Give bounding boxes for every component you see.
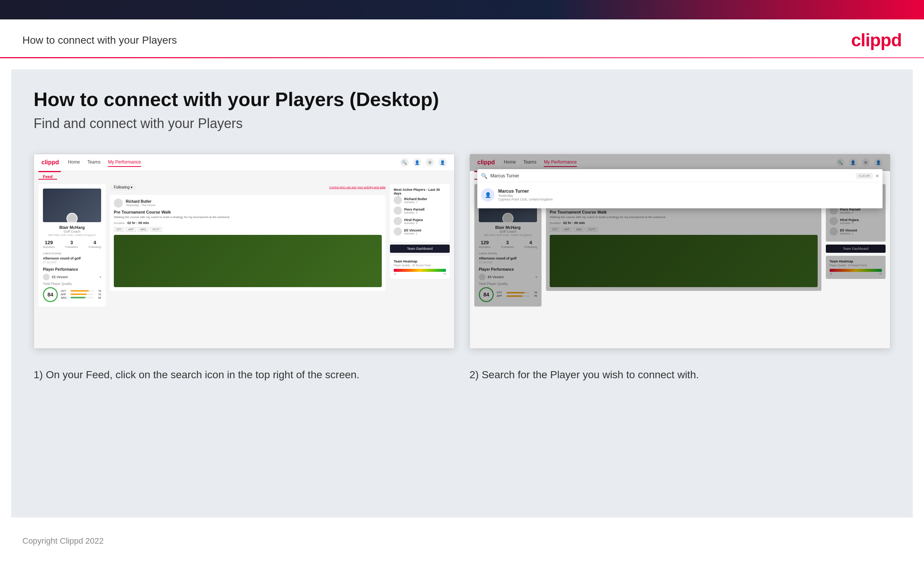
activity-person-1: Richard Butler [126,200,382,203]
mini-nav-icons-2: 🔍 👤 ⚙ 👤 [836,158,883,167]
nav-home-2: Home [504,158,516,167]
mini-nav-1: clippd Home Teams My Performance 🔍 👤 ⚙ 👤 [34,154,454,171]
page-title: How to connect with your Players [23,34,177,46]
nav-myperformance-1[interactable]: My Performance [108,158,141,167]
mini-right-panel-1: Most Active Players - Last 30 days Richa… [390,184,450,307]
mini-player-perf-1: Eli Vincent ▾ [43,274,101,281]
active-players-title-1: Most Active Players - Last 30 days [394,188,446,195]
mini-player-name-1: Eli Vincent [52,275,97,279]
person-icon-1[interactable]: 👤 [413,158,421,167]
nav-teams-2: Teams [523,158,536,167]
copyright-text: Copyright Clippd 2022 [23,536,104,546]
tag-putt-1: PUTT [150,227,162,232]
mini-stats-row-1: 129 Activities 3 Followers 4 Following [43,240,101,249]
screenshots-row: clippd Home Teams My Performance 🔍 👤 ⚙ 👤 [34,154,890,349]
search-input-2[interactable]: Marcus Turner [490,173,853,179]
mini-bars-1: OTT 79 APP 70 ARG [61,290,101,300]
screenshot-2: clippd Home Teams My Performance 🔍 👤 ⚙ 👤 [469,154,890,349]
player-details-1a: Richard Butler Activities: 7 [404,197,446,203]
mini-nav-2: clippd Home Teams My Performance 🔍 👤 ⚙ 👤 [470,154,890,171]
avatar-2 [502,213,513,222]
search-icon-overlay: 🔍 [481,173,487,179]
nav-teams-1[interactable]: Teams [87,158,100,167]
player-circle-1b [394,206,402,215]
search-overlay-2: 🔍 Marcus Turner CLEAR × 👤 Marcus Turner … [477,169,883,208]
player-row-1a: Richard Butler Activities: 7 [394,196,446,204]
mini-nav-items-2: Home Teams My Performance [504,158,827,167]
top-bar [0,0,924,19]
step-2-desc: 2) Search for the Player you wish to con… [469,367,890,382]
player-circle-1a [394,196,402,204]
tag-arg-1: ARG [138,227,149,232]
player-row-1b: Piers Parnell Activities: 4 [394,206,446,215]
bar-app: APP 70 [61,293,101,296]
nav-home-1[interactable]: Home [68,158,80,167]
step-2-text: Search for the Player you wish to connec… [482,369,699,380]
mini-app-1: clippd Home Teams My Performance 🔍 👤 ⚙ 👤 [34,154,454,348]
mini-middle-panel-1: Following ▾ Control who can see your act… [110,184,385,307]
nav-myperformance-2: My Performance [544,158,576,167]
mini-big-score-1: 84 OTT 79 APP 70 [43,287,101,302]
step-1-desc: 1) On your Feed, click on the search ico… [34,367,455,382]
activity-header-1: Richard Butler Yesterday · The Grove [114,199,382,208]
bar-ott: OTT 79 [61,290,101,292]
bar-arg: ARG 64 [61,297,101,299]
search-result-2[interactable]: 👤 Marcus Turner Yesterday Cypress Point … [481,185,879,205]
header-divider [0,57,924,58]
player-circle-1c [394,217,402,225]
mini-profile-role-1: Golf Coach [43,230,101,233]
mini-stat-following-1: 4 Following [89,240,101,249]
avatar-icon-1[interactable]: 👤 [439,158,447,167]
active-players-1: Most Active Players - Last 30 days Richa… [390,184,450,242]
mini-logo-2: clippd [477,159,495,166]
result-sub2-2: Cypress Point Club, United Kingdom [498,198,553,201]
mini-player-avatar-1 [43,274,50,281]
mini-app-body-1: Blair McHarg Golf Coach Mill Ride Golf C… [34,180,454,311]
mini-left-panel-1: Blair McHarg Golf Coach Mill Ride Golf C… [39,184,105,307]
result-info-2: Marcus Turner Yesterday Cypress Point Cl… [498,188,553,201]
player-details-1c: Hiral Pujara Activities: 3 [404,218,446,224]
hero-title: How to connect with your Players (Deskto… [34,88,890,110]
search-bar-2: 🔍 Marcus Turner CLEAR × [481,173,879,182]
search-icon-2: 🔍 [836,158,845,167]
player-details-1b: Piers Parnell Activities: 4 [404,208,446,214]
activity-desc-1: Walking the course with my coach to buil… [114,216,382,219]
settings-icon-1[interactable]: ⚙ [426,158,434,167]
clear-button-2[interactable]: CLEAR [856,173,873,179]
close-button-2[interactable]: × [876,173,879,179]
mini-profile-name-1: Blair McHarg [43,225,101,230]
player-perf-title-1: Player Performance [43,267,101,271]
player-details-1d: Eli Vincent Activities: 1 [404,229,446,235]
result-avatar-2: 👤 [481,188,494,201]
control-link-1[interactable]: Control who can see your activity and da… [329,185,385,189]
feed-tab-1[interactable]: Feed [39,172,57,180]
footer: Copyright Clippd 2022 [0,529,924,554]
duration-row-1: Duration 02 hr : 00 min [114,221,382,225]
step-2-number: 2) [469,369,482,380]
header: How to connect with your Players clippd [0,19,924,57]
activity-name-1: Afternoon round of golf [43,257,101,260]
screenshot-1: clippd Home Teams My Performance 🔍 👤 ⚙ 👤 [34,154,455,349]
mini-nav-items-1: Home Teams My Performance [68,158,392,167]
mini-stat-activities-1: 129 Activities [43,240,55,249]
mini-profile-club-1: Mill Ride Golf Club, United Kingdom [43,233,101,237]
step-descriptions: 1) On your Feed, click on the search ico… [34,367,890,382]
player-row-1c: Hiral Pujara Activities: 3 [394,217,446,225]
search-icon-1[interactable]: 🔍 [400,158,409,167]
activity-tags-1: OTT APP ARG PUTT [114,227,382,232]
tag-app-1: APP [126,227,136,232]
team-dashboard-btn-1[interactable]: Team Dashboard [390,245,450,253]
result-name-2: Marcus Turner [498,188,553,194]
mini-following-row-1: Following ▾ Control who can see your act… [110,184,385,190]
step-1-text: On your Feed, click on the search icon i… [46,369,359,380]
activity-title-1: Pre Tournament Course Walk [114,210,382,214]
mini-logo-1: clippd [41,159,59,166]
following-button-1[interactable]: Following ▾ [110,184,136,190]
mini-quality-label-1: Total Player Quality [43,282,101,286]
heatmap-high-1: +5 [443,273,446,275]
mini-dropdown-1[interactable]: ▾ [100,276,101,279]
main-content: How to connect with your Players (Deskto… [11,70,913,518]
heatmap-range-1: -5 +5 [394,273,446,275]
activity-sub-1: Yesterday · The Grove [126,203,382,207]
player-circle-1d [394,227,402,235]
